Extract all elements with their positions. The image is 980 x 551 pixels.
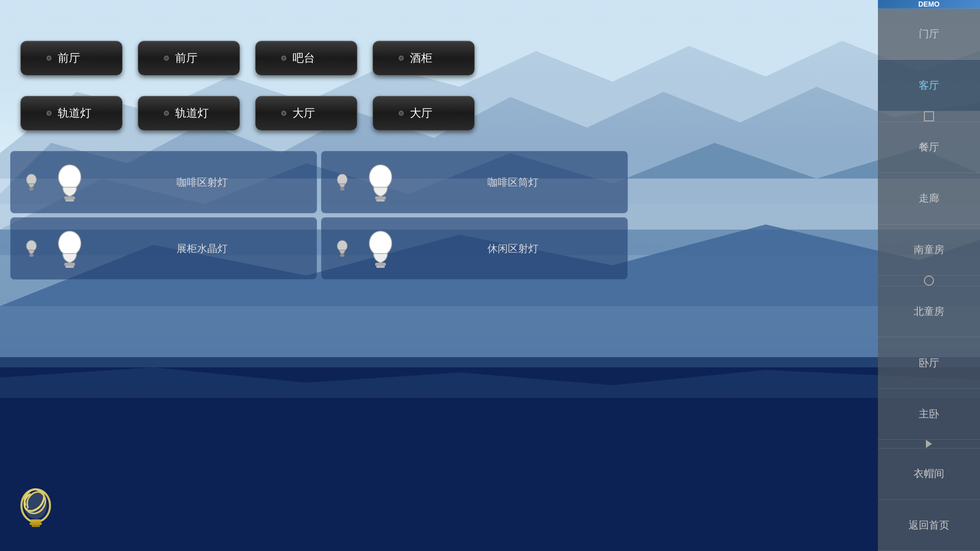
sidebar-item-yimao[interactable]: 衣帽间	[878, 448, 980, 499]
bulb-icon-small	[21, 170, 41, 194]
btn-dot	[399, 111, 404, 116]
btn-label: 酒柜	[410, 51, 432, 66]
sidebar-label-canting: 餐厅	[919, 140, 939, 154]
btn-label: 吧台	[292, 51, 315, 66]
panel-label: 展柜水晶灯	[97, 242, 306, 256]
main-content: 前厅 前厅 吧台 酒柜 轨道灯 轨道灯 大厅 大厅	[0, 0, 638, 551]
btn-label: 大厅	[292, 106, 315, 121]
sidebar-label-zhuwuo: 主卧	[919, 407, 939, 421]
btn-qianting-2[interactable]: 前厅	[138, 41, 240, 76]
sidebar-item-arrow-icon[interactable]	[878, 440, 980, 448]
sidebar-label-nan-tongfang: 南童房	[914, 243, 944, 257]
panel-label: 咖啡区射灯	[97, 176, 306, 189]
panel-label: 休闲区射灯	[408, 242, 617, 256]
svg-rect-3	[29, 188, 34, 189]
bulb-icon-large	[360, 159, 401, 205]
sidebar-label-keting: 客厅	[919, 79, 939, 92]
arrow-right-icon	[926, 440, 932, 448]
btn-guidaodeng-2[interactable]: 轨道灯	[138, 96, 240, 131]
square-icon	[924, 111, 934, 121]
decorative-bulb	[15, 483, 56, 536]
svg-rect-21	[340, 254, 345, 256]
sidebar-label-menting: 门厅	[919, 27, 939, 41]
button-row-1: 前厅 前厅 吧台 酒柜	[0, 31, 638, 86]
sidebar-item-menting[interactable]: 门厅	[878, 9, 980, 60]
btn-dot	[399, 56, 404, 61]
svg-rect-4	[30, 189, 33, 190]
btn-dot	[281, 111, 286, 116]
svg-point-5	[58, 165, 81, 189]
btn-dot	[164, 111, 169, 116]
sidebar-item-zoulang[interactable]: 走廊	[878, 173, 980, 224]
sidebar-item-bei-tongfang[interactable]: 北童房	[878, 286, 980, 337]
svg-rect-19	[65, 266, 74, 268]
svg-rect-22	[340, 256, 344, 257]
sidebar: DEMO 门厅 客厅 餐厅 走廊 南童房 北童房 卧厅 主卧 衣帽间 返回首页	[878, 0, 980, 551]
sidebar-label-bei-tongfang: 北童房	[914, 305, 944, 318]
panel-xiuxian-sheding[interactable]: 休闲区射灯	[321, 217, 628, 280]
svg-rect-16	[30, 256, 33, 257]
svg-rect-13	[376, 199, 385, 202]
svg-rect-9	[340, 188, 345, 189]
btn-jiugui[interactable]: 酒柜	[373, 41, 475, 76]
svg-point-23	[369, 231, 391, 256]
sidebar-item-fanhui[interactable]: 返回首页	[878, 500, 980, 551]
sidebar-item-keting[interactable]: 客厅	[878, 60, 980, 111]
svg-point-30	[24, 492, 47, 519]
sidebar-label-yimao: 衣帽间	[914, 467, 944, 481]
sidebar-label-fanhui: 返回首页	[909, 518, 949, 532]
sidebar-item-circle-icon[interactable]	[878, 276, 980, 286]
light-panels: 咖啡区射灯 咖啡区筒灯	[0, 146, 638, 285]
bulb-icon-large	[360, 226, 401, 271]
svg-rect-24	[375, 263, 386, 266]
panel-zhangui-shuijing[interactable]: 展柜水晶灯	[10, 217, 317, 280]
svg-rect-28	[30, 522, 42, 525]
sidebar-label-zoulang: 走廊	[919, 191, 939, 205]
panel-kafei-sheding[interactable]: 咖啡区射灯	[10, 151, 317, 213]
bulb-icon-large	[49, 226, 90, 271]
sidebar-item-zhuwuo[interactable]: 主卧	[878, 389, 980, 440]
svg-point-11	[369, 165, 391, 189]
demo-label: DEMO	[918, 0, 940, 8]
svg-rect-7	[65, 199, 74, 202]
bulb-icon-small	[21, 236, 41, 261]
bulb-icon-large	[49, 159, 90, 205]
btn-guidaodeng-1[interactable]: 轨道灯	[20, 96, 122, 131]
sidebar-item-square-icon[interactable]	[878, 111, 980, 122]
btn-dating-1[interactable]: 大厅	[255, 96, 357, 131]
btn-dot	[164, 56, 169, 61]
btn-dot	[46, 111, 52, 116]
sidebar-item-nan-tongfang[interactable]: 南童房	[878, 224, 980, 276]
btn-qianting-1[interactable]: 前厅	[20, 41, 122, 76]
svg-rect-27	[31, 519, 41, 522]
btn-label: 轨道灯	[58, 106, 91, 121]
svg-rect-15	[29, 254, 34, 256]
svg-point-17	[58, 231, 81, 256]
sidebar-label-woting: 卧厅	[919, 356, 939, 370]
sidebar-item-canting[interactable]: 餐厅	[878, 122, 980, 173]
btn-label: 大厅	[410, 106, 432, 121]
btn-label: 前厅	[175, 51, 198, 66]
sidebar-demo-badge: DEMO	[878, 0, 980, 9]
btn-label: 前厅	[58, 51, 80, 66]
bulb-icon-small	[332, 236, 352, 261]
circle-icon	[924, 276, 934, 286]
svg-rect-10	[340, 189, 344, 190]
btn-dating-2[interactable]: 大厅	[373, 96, 475, 131]
svg-rect-12	[375, 196, 386, 199]
button-row-2: 轨道灯 轨道灯 大厅 大厅	[0, 86, 638, 141]
btn-dot	[46, 56, 52, 61]
btn-dot	[281, 56, 286, 61]
btn-batai[interactable]: 吧台	[255, 41, 357, 76]
svg-rect-18	[64, 263, 75, 266]
panel-label: 咖啡区筒灯	[408, 176, 617, 189]
sidebar-item-woting[interactable]: 卧厅	[878, 337, 980, 388]
panel-kafei-tongdeng[interactable]: 咖啡区筒灯	[321, 151, 628, 213]
bulb-icon-small	[332, 170, 352, 194]
svg-rect-25	[376, 266, 385, 268]
svg-rect-29	[32, 525, 40, 527]
svg-rect-6	[64, 196, 75, 199]
btn-label: 轨道灯	[175, 106, 209, 121]
